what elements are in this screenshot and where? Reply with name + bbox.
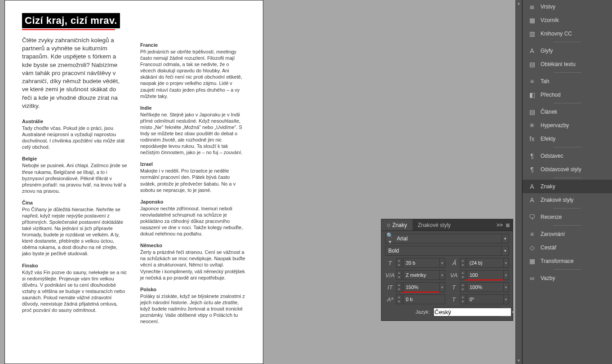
tab-znaky[interactable]: Znaky	[381, 219, 412, 231]
right-scrollbar[interactable]: ▲ ▼	[515, 0, 522, 364]
section-body: Pro Číňany je důležitá hierarchie. Nehrň…	[22, 206, 128, 257]
dropdown-icon[interactable]: ▾	[503, 271, 509, 280]
panel-item-label: Transformace	[541, 258, 574, 264]
section-heading: Japonsko	[140, 199, 246, 205]
panel-item-vzornik[interactable]: ▦Vzorník	[523, 13, 612, 27]
panel-item-vazby[interactable]: ∞Vazby	[523, 271, 612, 285]
dropdown-icon[interactable]: ▾	[503, 258, 509, 267]
skew-input[interactable]	[467, 297, 503, 302]
skew-control[interactable]: T ▲▼ ▾	[449, 294, 509, 304]
tracking-input[interactable]	[467, 272, 503, 278]
panel-item-label: Odstavcové styly	[541, 166, 581, 173]
panel-item-znaky[interactable]: AZnaky	[523, 180, 612, 193]
panel-stack: ≣Vrstvy▦Vzorník▥Knihovny CCAGlyfy▤Obtéká…	[522, 0, 612, 364]
panel-item-efekty[interactable]: fxEfekty	[523, 132, 612, 146]
dropdown-icon[interactable]: ▾	[439, 271, 445, 280]
spinner[interactable]: ▲▼	[396, 282, 402, 292]
scroll-down-icon[interactable]: ▼	[516, 357, 522, 364]
search-icon: 🔍▾	[386, 232, 394, 245]
font-size-input[interactable]	[404, 260, 439, 266]
dropdown-icon[interactable]: ▾	[511, 307, 514, 316]
dropdown-icon[interactable]: ▾	[439, 258, 445, 267]
panel-item-label: Efekty	[541, 136, 555, 142]
znaky-icon: A	[528, 183, 536, 190]
font-style-input[interactable]	[386, 248, 501, 254]
horizontal-scale-control[interactable]: T ▲▼ ▾	[449, 282, 509, 292]
leading-control[interactable]: Ᾱ ▲▼ ▾	[449, 258, 509, 268]
section-body: Japonce nechte zdřímnout. Inemuri neboli…	[140, 205, 246, 237]
panel-item-cestar[interactable]: ◇Cestář	[523, 241, 612, 254]
kerning-input[interactable]	[404, 272, 439, 278]
section-body: Makejte i v neděli. Pro Izraelce je nedě…	[140, 168, 246, 193]
section-body: Když vás Fin pozve do sauny, nelekejte s…	[22, 269, 128, 314]
spinner[interactable]: ▲▼	[396, 294, 402, 304]
panel-group-separator	[523, 224, 612, 227]
horz-scale-input[interactable]	[467, 284, 503, 290]
panel-item-glyfy[interactable]: AGlyfy	[523, 44, 612, 58]
dropdown-icon[interactable]: ▾	[503, 295, 509, 304]
highlight-underline	[465, 280, 503, 280]
baseline-input[interactable]	[404, 297, 445, 302]
panel-item-hypervazby[interactable]: ✳Hypervazby	[523, 119, 612, 132]
spinner[interactable]: ▲▼	[396, 258, 402, 268]
highlight-underline	[401, 292, 439, 293]
kerning-control[interactable]: V/A ▲▼ ▾	[385, 270, 445, 280]
dropdown-icon[interactable]: ▾	[439, 283, 445, 292]
panel-item-odstavec[interactable]: ¶Odstavec	[523, 149, 612, 163]
glyfy-icon: A	[528, 47, 536, 54]
clanek-icon: ▤	[528, 108, 536, 115]
font-family-field[interactable]: 🔍▾ ▾	[385, 234, 509, 244]
section-heading: Austrálie	[22, 118, 128, 124]
panel-item-label: Knihovny CC	[541, 31, 572, 37]
text-columns: Čtěte zvyky zahraničních kolegů a partne…	[22, 36, 246, 326]
spinner[interactable]: ▲▼	[396, 270, 402, 280]
tah-icon: ≡	[528, 78, 536, 85]
baseline-shift-control[interactable]: Aª ▲▼	[385, 294, 445, 304]
panel-item-prechod[interactable]: ◧Přechod	[523, 88, 612, 102]
panel-group-separator	[523, 207, 612, 210]
panel-item-vrstvy[interactable]: ≣Vrstvy	[523, 0, 612, 13]
panel-item-znak-styly[interactable]: AZnakové styly	[523, 193, 612, 207]
panel-group-separator	[523, 102, 612, 105]
section-heading: Izrael	[140, 161, 246, 167]
panel-item-zarovnani[interactable]: ≡Zarovnání	[523, 227, 612, 241]
dropdown-icon[interactable]: ▾	[501, 246, 509, 255]
collapse-icon[interactable]: >>	[497, 222, 503, 228]
panel-item-label: Tah	[541, 78, 549, 84]
leading-input[interactable]	[467, 260, 503, 266]
lead-paragraph: Čtěte zvyky zahraničních kolegů a partne…	[22, 36, 128, 110]
skew-icon: T	[449, 294, 459, 304]
spinner[interactable]: ▲▼	[460, 282, 466, 292]
dropdown-icon[interactable]: ▾	[501, 234, 509, 243]
title-block: Cizí kraj, cizí mrav.	[22, 13, 246, 30]
spinner[interactable]: ▲▼	[460, 258, 466, 268]
panel-item-clanek[interactable]: ▤Článek	[523, 105, 612, 119]
font-style-field[interactable]: ▾	[385, 246, 509, 256]
spinner[interactable]: ▲▼	[460, 270, 466, 280]
font-family-input[interactable]	[394, 235, 501, 242]
obtekani-icon: ▤	[528, 61, 536, 68]
section-body: Nebojte se pusinek. Ani chlapi. Zatímco …	[22, 162, 128, 194]
panel-item-transformace[interactable]: ▦Transformace	[523, 254, 612, 268]
prechod-icon: ◧	[528, 91, 536, 98]
language-input[interactable]	[434, 308, 511, 316]
scroll-up-icon[interactable]: ▲	[516, 0, 522, 7]
panel-item-obtekani[interactable]: ▤Obtékání textu	[523, 58, 612, 71]
panel-item-recenze[interactable]: 🗨Recenze	[523, 210, 612, 224]
panel-item-label: Vzorník	[541, 17, 559, 23]
font-size-control[interactable]: T ▲▼ ▾	[385, 258, 445, 268]
panel-menu-icon[interactable]: ≣	[506, 222, 510, 228]
spinner[interactable]: ▲▼	[460, 294, 466, 304]
language-field[interactable]: ▾	[433, 307, 501, 317]
panel-item-odst-styly[interactable]: ¶Odstavcové styly	[523, 163, 612, 176]
tab-znakove-styly[interactable]: Znakové styly	[412, 219, 456, 231]
leading-icon: Ᾱ	[449, 258, 459, 268]
vertical-scale-control[interactable]: IT ▲▼ ▾	[385, 282, 445, 292]
character-panel[interactable]: Znaky Znakové styly >> ≣ 🔍▾ ▾ ▾ T ▲▼	[381, 219, 513, 321]
section-body: Tady choďte včas. Pokud jde o práci, jso…	[22, 125, 128, 150]
tracking-control[interactable]: VA ▲▼ ▾	[449, 270, 509, 280]
panel-item-knihovny[interactable]: ▥Knihovny CC	[523, 27, 612, 40]
dropdown-icon[interactable]: ▾	[503, 283, 509, 292]
panel-item-tah[interactable]: ≡Tah	[523, 75, 612, 88]
vert-scale-input[interactable]	[404, 284, 439, 290]
